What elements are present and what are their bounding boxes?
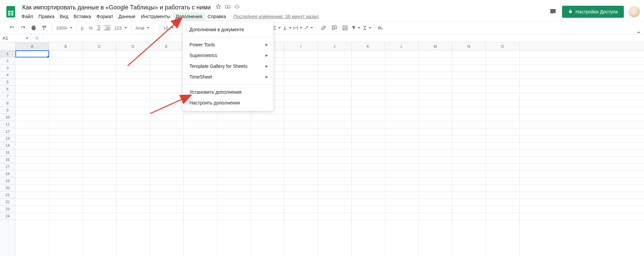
- menu-item-правка[interactable]: Правка: [36, 12, 57, 20]
- row-header[interactable]: 8: [0, 100, 15, 107]
- menu-item-вид[interactable]: Вид: [57, 12, 71, 20]
- cloud-status-icon[interactable]: [234, 4, 240, 11]
- insert-chart-button[interactable]: [340, 23, 350, 33]
- dropdown-item-manage-addons[interactable]: Настроить дополнения: [183, 97, 273, 108]
- column-header[interactable]: J: [318, 42, 351, 50]
- dropdown-item-addon[interactable]: TimeSheet►: [183, 72, 273, 82]
- menubar: ФайлПравкаВидВставкаФорматДанныеИнструме…: [19, 12, 549, 21]
- row-header[interactable]: 10: [0, 114, 15, 121]
- menu-item-данные[interactable]: Данные: [116, 12, 138, 20]
- app-header: Как импортировать данные в «Google Табли…: [0, 0, 644, 22]
- dropdown-item-addon[interactable]: Power Tools►: [183, 39, 273, 50]
- row-header[interactable]: 21: [0, 191, 15, 199]
- share-button[interactable]: Настройки Доступа: [562, 6, 624, 18]
- increase-decimal-button[interactable]: .00: [102, 26, 113, 31]
- addons-dropdown: Дополнения в документе Power Tools►Super…: [183, 22, 273, 111]
- row-header[interactable]: 15: [0, 149, 15, 156]
- column-headers[interactable]: ABCDEFGHIJKLMNO: [15, 42, 644, 50]
- insert-link-button[interactable]: [319, 23, 328, 33]
- lock-icon: [568, 9, 573, 15]
- row-header[interactable]: 17: [0, 163, 15, 170]
- menu-item-дополнения[interactable]: Дополнения: [173, 12, 205, 20]
- column-header[interactable]: A: [15, 42, 49, 50]
- column-header[interactable]: C: [83, 42, 116, 50]
- insert-comment-button[interactable]: [330, 23, 339, 33]
- menu-item-инструменты[interactable]: Инструменты: [138, 12, 173, 20]
- row-header[interactable]: 22: [0, 199, 15, 206]
- avatar[interactable]: [629, 6, 640, 17]
- dropdown-item-addon[interactable]: Template Gallery for Sheets►: [183, 61, 273, 72]
- active-cell: [15, 50, 49, 57]
- filter-button[interactable]: [351, 23, 360, 33]
- cells-area[interactable]: [15, 50, 644, 256]
- row-header[interactable]: 5: [0, 79, 15, 86]
- row-headers[interactable]: 123456789101112131415161718192021222324: [0, 50, 15, 256]
- format-currency-button[interactable]: р.: [79, 26, 87, 31]
- row-header[interactable]: 20: [0, 184, 15, 191]
- vertical-align-button[interactable]: [282, 23, 292, 33]
- submenu-arrow-icon: ►: [265, 64, 269, 69]
- print-button[interactable]: [29, 23, 38, 33]
- comments-icon[interactable]: [549, 7, 557, 16]
- star-icon[interactable]: [215, 4, 221, 11]
- column-header[interactable]: O: [486, 42, 519, 50]
- more-formats-button[interactable]: 123: [113, 26, 129, 31]
- language-button[interactable]: Рᵥ: [376, 26, 385, 31]
- undo-button[interactable]: [7, 23, 17, 33]
- row-header[interactable]: 3: [0, 65, 15, 72]
- row-header[interactable]: 16: [0, 156, 15, 163]
- column-header[interactable]: B: [49, 42, 83, 50]
- format-percent-button[interactable]: %: [87, 26, 95, 31]
- move-icon[interactable]: [225, 4, 231, 11]
- submenu-arrow-icon: ►: [265, 75, 269, 79]
- menu-item-формат[interactable]: Формат: [94, 12, 116, 20]
- spreadsheet-grid[interactable]: ABCDEFGHIJKLMNO 123456789101112131415161…: [0, 42, 644, 256]
- text-rotation-button[interactable]: [304, 23, 313, 33]
- sheets-logo[interactable]: [4, 5, 17, 18]
- row-header[interactable]: 12: [0, 128, 15, 135]
- submenu-arrow-icon: ►: [265, 53, 269, 58]
- font-size-select[interactable]: 10: [161, 26, 175, 31]
- column-header[interactable]: N: [452, 42, 486, 50]
- column-header[interactable]: I: [284, 42, 318, 50]
- name-box[interactable]: A1: [0, 35, 31, 42]
- column-header[interactable]: K: [351, 42, 385, 50]
- share-button-label: Настройки Доступа: [575, 9, 618, 14]
- zoom-select[interactable]: 100%: [54, 26, 75, 31]
- menu-item-вставка[interactable]: Вставка: [71, 12, 94, 20]
- row-header[interactable]: 11: [0, 121, 15, 128]
- last-edit-link[interactable]: Последнее изменение: 36 минут назад: [233, 14, 319, 19]
- select-all-corner[interactable]: [0, 42, 15, 50]
- column-header[interactable]: E: [150, 42, 183, 50]
- decrease-decimal-button[interactable]: .0: [95, 26, 102, 31]
- font-select[interactable]: Arial: [133, 26, 157, 31]
- row-header[interactable]: 6: [0, 86, 15, 93]
- column-header[interactable]: L: [385, 42, 419, 50]
- row-header[interactable]: 24: [0, 213, 15, 220]
- row-header[interactable]: 14: [0, 142, 15, 149]
- fx-label: fx: [31, 34, 43, 42]
- row-header[interactable]: 13: [0, 135, 15, 142]
- column-header[interactable]: D: [116, 42, 150, 50]
- column-header[interactable]: M: [419, 42, 452, 50]
- row-header[interactable]: 9: [0, 107, 15, 114]
- row-header[interactable]: 7: [0, 93, 15, 100]
- document-title[interactable]: Как импортировать данные в «Google Табли…: [20, 3, 213, 12]
- menu-item-файл[interactable]: Файл: [19, 12, 36, 20]
- row-header[interactable]: 2: [0, 57, 15, 65]
- row-header[interactable]: 19: [0, 177, 15, 184]
- formula-bar: A1 fx: [0, 34, 644, 42]
- functions-button[interactable]: [362, 23, 371, 33]
- row-header[interactable]: 23: [0, 206, 15, 213]
- dropdown-item-addon[interactable]: Supermetrics►: [183, 50, 273, 61]
- expand-toolbar-button[interactable]: [635, 29, 642, 37]
- paint-format-button[interactable]: [40, 23, 49, 33]
- row-header[interactable]: 4: [0, 72, 15, 79]
- dropdown-item-document-addons[interactable]: Дополнения в документе: [183, 24, 273, 35]
- dropdown-item-install-addons[interactable]: Установить дополнения: [183, 87, 273, 97]
- text-wrap-button[interactable]: [293, 23, 302, 33]
- redo-button[interactable]: [18, 23, 28, 33]
- menu-item-справка[interactable]: Справка: [205, 12, 229, 20]
- row-header[interactable]: 1: [0, 50, 15, 57]
- row-header[interactable]: 18: [0, 170, 15, 177]
